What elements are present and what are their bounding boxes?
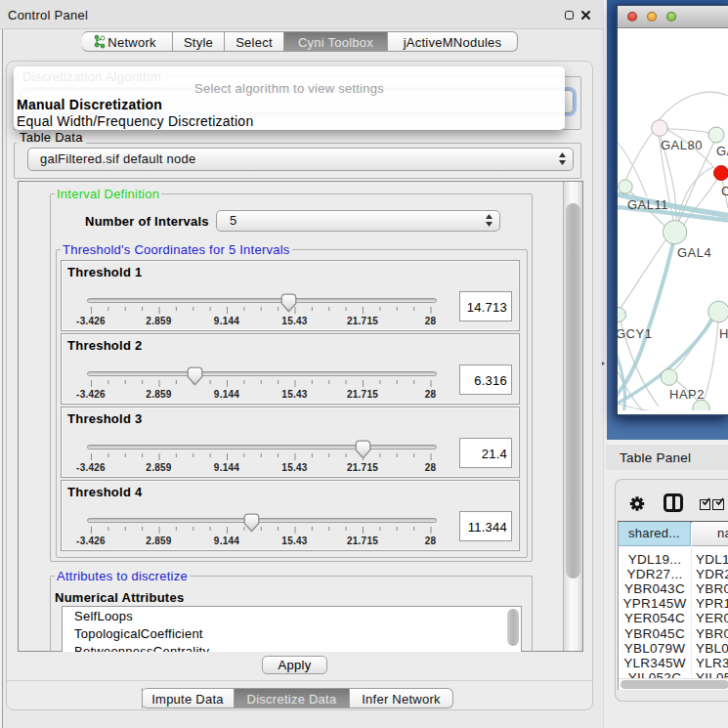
svg-text:GAL11: GAL11 <box>627 197 668 212</box>
svg-text:H: H <box>719 326 728 341</box>
svg-text:GA: GA <box>716 144 728 158</box>
svg-text:GAL80: GAL80 <box>661 138 703 152</box>
svg-text:GCY1: GCY1 <box>618 326 652 341</box>
svg-text:C: C <box>721 184 728 198</box>
svg-text:GAL4: GAL4 <box>677 245 711 260</box>
svg-text:HAP2: HAP2 <box>669 387 705 402</box>
